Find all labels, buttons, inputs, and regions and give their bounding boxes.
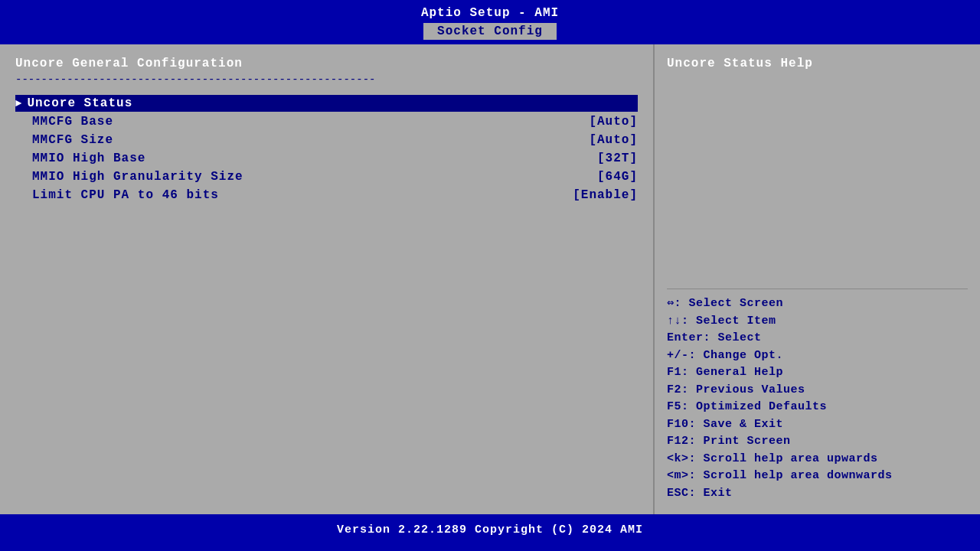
shortcut-k: <k>: Scroll help area upwards [667,451,968,468]
shortcut-m: <m>: Scroll help area downwards [667,468,968,485]
shortcut-enter: Enter: Select [667,330,968,347]
mmio-high-granularity-value: [64G] [597,170,638,184]
shortcut-esc: ESC: Exit [667,485,968,503]
help-content [667,77,968,282]
mmio-high-base-label: MMIO High Base [32,152,597,165]
mmcfg-size-label: MMCFG Size [32,133,589,147]
shortcut-f10: F10: Save & Exit [667,416,968,434]
footer-text: Version 2.22.1289 Copyright (C) 2024 AMI [337,523,643,536]
tab-bar: Socket Config [0,23,980,44]
uncore-status-item[interactable]: ► Uncore Status [15,95,638,112]
mmcfg-size-row[interactable]: MMCFG Size [Auto] [15,132,638,148]
shortcut-change-opt: +/-: Change Opt. [667,347,968,365]
mmio-high-granularity-row[interactable]: MMIO High Granularity Size [64G] [15,168,638,185]
footer: Version 2.22.1289 Copyright (C) 2024 AMI [0,514,980,545]
shortcut-f12: F12: Print Screen [667,433,968,451]
main-area: Uncore General Configuration -----------… [0,44,980,514]
mmio-high-base-value: [32T] [597,152,638,165]
arrow-icon: ► [15,97,22,109]
limit-cpu-pa-label: Limit CPU PA to 46 bits [32,188,573,202]
right-panel: Uncore Status Help ⇔: Select Screen ↑↓: … [655,44,980,514]
mmcfg-base-value: [Auto] [589,115,638,129]
shortcut-select-item: ↑↓: Select Item [667,313,968,331]
mmcfg-base-row[interactable]: MMCFG Base [Auto] [15,113,638,130]
active-tab[interactable]: Socket Config [423,23,557,40]
mmcfg-size-value: [Auto] [589,133,638,147]
limit-cpu-pa-row[interactable]: Limit CPU PA to 46 bits [Enable] [15,187,638,204]
uncore-status-label: Uncore Status [27,96,132,110]
mmio-high-granularity-label: MMIO High Granularity Size [32,170,597,184]
mmcfg-base-label: MMCFG Base [32,115,589,129]
shortcut-select-screen: ⇔: Select Screen [667,295,968,313]
help-divider [667,289,968,289]
help-title: Uncore Status Help [667,57,968,70]
shortcuts-list: ⇔: Select Screen ↑↓: Select Item Enter: … [667,295,968,502]
shortcut-f5: F5: Optimized Defaults [667,399,968,416]
divider: ----------------------------------------… [15,73,638,86]
shortcut-f2: F2: Previous Values [667,382,968,399]
top-bar: Aptio Setup - AMI [0,0,980,23]
shortcut-f1: F1: General Help [667,364,968,382]
left-panel: Uncore General Configuration -----------… [0,44,655,514]
mmio-high-base-row[interactable]: MMIO High Base [32T] [15,150,638,167]
app-title: Aptio Setup - AMI [421,6,559,20]
section-title: Uncore General Configuration [15,57,638,70]
limit-cpu-pa-value: [Enable] [573,188,638,202]
